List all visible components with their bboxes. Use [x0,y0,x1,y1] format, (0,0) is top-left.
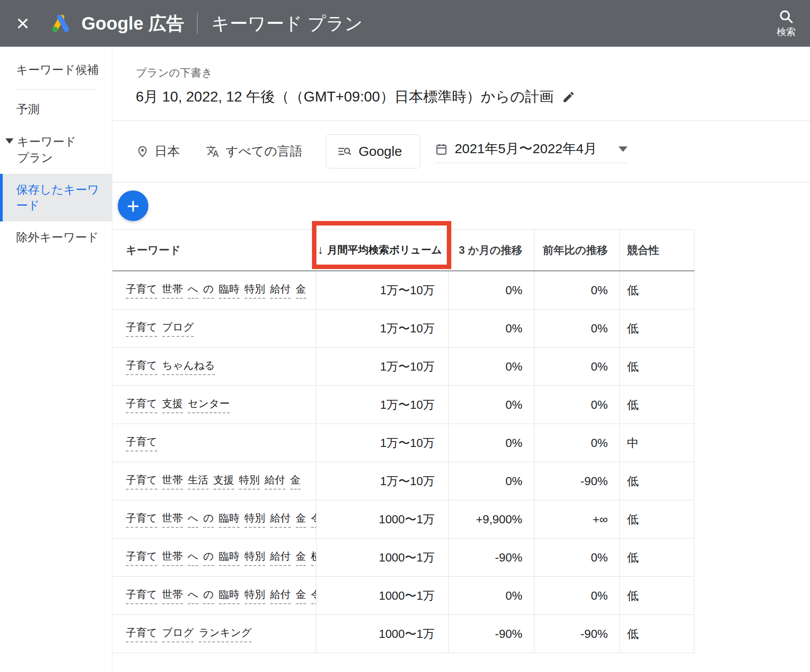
keyword-term[interactable]: へ [188,549,199,566]
keyword-term[interactable]: 子育て [126,397,157,413]
keyword-term[interactable]: 臨時 [219,511,240,528]
main-wrap: キーワード候補 予測 キーワード プラン 保存したキーワード 除外キーワード プ… [0,47,810,672]
table-row: 子育てブログ1万〜10万0%0%低 [112,309,694,348]
keyword-term[interactable]: ブログ [162,626,194,642]
translate-icon [206,145,219,158]
sidebar-item-keyword-ideas[interactable]: キーワード候補 [0,54,112,86]
filter-date-range[interactable]: 2021年5月〜2022年4月 [435,140,628,163]
column-header-yoy[interactable]: 前年比の推移 [534,230,619,270]
keyword-term[interactable]: 子育て [126,473,157,490]
keyword-term[interactable]: センター [188,397,230,413]
keyword-term[interactable]: 世帯 [162,282,183,299]
keyword-term[interactable]: 令 [311,511,316,528]
keyword-term[interactable]: 子育て [126,282,157,299]
sidebar-item-keyword-plan[interactable]: キーワード プラン [0,125,112,174]
keyword-cell[interactable]: 子育て世帯への臨時特別給付金令和... [112,500,316,538]
keyword-cell[interactable]: 子育てちゃんねる [112,348,316,385]
column-header-three-month[interactable]: 3 か月の推移 [448,230,534,270]
topbar-search-button[interactable]: 検索 [777,9,796,38]
keyword-term[interactable]: ランキング [199,626,252,642]
keyword-term[interactable]: 金 [290,473,301,490]
plan-header-section: プランの下書き 6月 10, 2022, 12 午後（（GMT+09:00）日本… [112,47,810,121]
keyword-term[interactable]: 令 [311,588,316,604]
keyword-term[interactable]: ブログ [162,320,194,337]
keyword-term[interactable]: の [203,549,214,566]
keyword-cell[interactable]: 子育て [112,424,316,462]
filter-bar: 日本 すべての言語 Google [112,121,810,182]
keyword-term[interactable]: の [203,511,214,528]
keyword-term[interactable]: 特別 [245,588,265,604]
column-header-keyword[interactable]: キーワード [112,230,316,270]
filter-language[interactable]: すべての言語 [206,143,303,160]
keyword-cell[interactable]: 子育て世帯への臨時特別給付金横浜市 [112,539,316,576]
table-row: 子育て世帯への臨時特別給付金令和...1000〜1万0%0%低 [112,577,694,615]
keyword-term[interactable]: の [203,588,214,604]
add-keywords-fab[interactable]: + [118,190,148,221]
keyword-term[interactable]: 世帯 [162,588,183,604]
keyword-term[interactable]: へ [188,511,199,528]
keyword-term[interactable]: 臨時 [219,282,240,299]
edit-pencil-icon[interactable] [562,90,575,104]
filter-network[interactable]: Google [326,134,421,168]
three-month-trend-cell: 0% [448,424,534,462]
column-header-competition[interactable]: 競合性 [619,230,694,270]
competition-cell: 低 [619,271,694,309]
volume-cell: 1000〜1万 [316,500,448,538]
keyword-cell[interactable]: 子育てブログ [112,309,316,347]
keyword-term[interactable]: 特別 [245,549,265,566]
keyword-term[interactable]: 臨時 [219,588,240,604]
keyword-cell[interactable]: 子育て世帯への臨時特別給付金令和... [112,577,316,615]
keyword-term[interactable]: 金 [296,549,306,566]
keyword-term[interactable]: 子育て [126,588,157,604]
keyword-term[interactable]: 世帯 [162,511,183,528]
brand-name: Google 広告 [81,11,184,36]
keyword-cell[interactable]: 子育てブログランキング [112,615,316,653]
sidebar-item-saved-keywords[interactable]: 保存したキーワード [0,174,112,221]
table-row: 子育てブログランキング1000〜1万-90%-90%低 [112,615,694,653]
close-button[interactable]: × [16,12,29,35]
keyword-term[interactable]: 子育て [126,358,157,375]
plan-draft-label: プランの下書き [136,66,810,80]
competition-cell: 低 [619,386,694,424]
keyword-term[interactable]: 金 [296,511,306,528]
keyword-term[interactable]: 臨時 [219,549,240,566]
keyword-term[interactable]: 支援 [214,473,234,490]
keyword-cell[interactable]: 子育て支援センター [112,386,316,424]
keyword-term[interactable]: 世帯 [162,473,183,490]
keyword-term[interactable]: 世帯 [162,549,183,566]
keyword-cell[interactable]: 子育て世帯生活支援特別給付金 [112,462,316,500]
keyword-term[interactable]: へ [188,282,199,299]
keyword-term[interactable]: 特別 [239,473,260,490]
filter-location[interactable]: 日本 [136,143,180,160]
sidebar-item-forecast[interactable]: 予測 [0,93,112,125]
keyword-term[interactable]: 特別 [245,282,265,299]
keyword-term[interactable]: ちゃんねる [162,358,215,375]
keyword-term[interactable]: 金 [296,282,306,299]
keyword-term[interactable]: 横浜 [311,549,316,566]
keyword-term[interactable]: の [203,282,214,299]
keyword-term[interactable]: 子育て [126,320,157,337]
keyword-term[interactable]: 子育て [126,626,157,642]
keyword-term[interactable]: 支援 [162,397,183,413]
column-header-volume[interactable]: ↓ 月間平均検索ボリューム [316,230,448,270]
keyword-term[interactable]: 金 [296,588,306,604]
keyword-term[interactable]: 給付 [270,588,291,604]
yoy-trend-cell: 0% [534,577,619,615]
keyword-term[interactable]: 給付 [270,549,291,566]
volume-cell: 1万〜10万 [316,271,448,309]
search-icon [779,9,794,24]
keyword-term[interactable]: 子育て [126,511,157,528]
keyword-cell[interactable]: 子育て世帯への臨時特別給付金 [112,271,316,309]
keyword-term[interactable]: 特別 [245,511,265,528]
keyword-term[interactable]: 給付 [270,282,291,299]
keyword-term[interactable]: へ [188,588,199,604]
volume-cell: 1万〜10万 [316,348,448,385]
keyword-term[interactable]: 子育て [126,435,157,451]
keyword-term[interactable]: 子育て [126,549,157,566]
sidebar-item-negative-keywords[interactable]: 除外キーワード [0,221,112,253]
three-month-trend-cell: 0% [448,386,534,424]
table-row: 子育て世帯への臨時特別給付金横浜市1000〜1万-90%0%低 [112,539,694,577]
keyword-term[interactable]: 給付 [265,473,285,490]
keyword-term[interactable]: 生活 [188,473,209,490]
keyword-term[interactable]: 給付 [270,511,291,528]
